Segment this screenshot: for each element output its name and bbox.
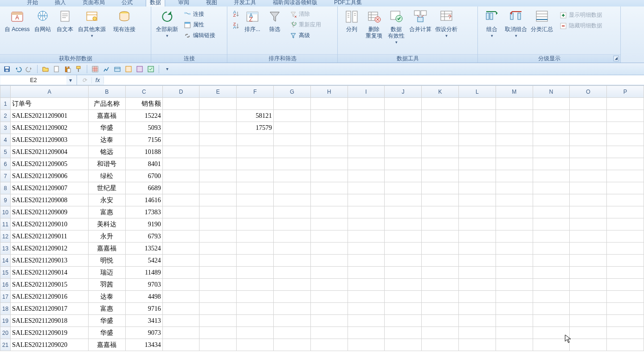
- existing-conn-button[interactable]: 现有连接: [111, 8, 137, 33]
- cell-P12[interactable]: [607, 230, 644, 243]
- cell-G7[interactable]: [274, 170, 311, 182]
- cell-G11[interactable]: [274, 218, 311, 230]
- menu-tab-1[interactable]: 插入: [51, 0, 70, 6]
- cell-I4[interactable]: [348, 134, 385, 146]
- cell-A9[interactable]: SALES20211209008: [10, 194, 88, 206]
- cell-M4[interactable]: [496, 134, 533, 146]
- cell-N20[interactable]: [533, 327, 570, 339]
- cell-A4[interactable]: SALES20211209003: [10, 134, 88, 146]
- row-header-16[interactable]: 16: [0, 279, 11, 291]
- cell-A18[interactable]: SALES20211209017: [10, 303, 88, 315]
- from-access-button[interactable]: A 自 Access: [3, 8, 32, 33]
- cell-H7[interactable]: [310, 170, 348, 182]
- cell-J21[interactable]: [385, 339, 422, 351]
- group-button[interactable]: 组合: [481, 8, 503, 40]
- cell-K14[interactable]: [422, 255, 459, 267]
- cell-E6[interactable]: [200, 158, 237, 170]
- cell-M15[interactable]: [496, 267, 533, 279]
- cell-E20[interactable]: [200, 327, 237, 339]
- cell-I10[interactable]: [348, 206, 385, 218]
- cell-D1[interactable]: [162, 98, 200, 110]
- cell-M11[interactable]: [496, 218, 533, 230]
- cell-A12[interactable]: SALES20211209011: [10, 230, 88, 243]
- cell-E8[interactable]: [200, 182, 237, 194]
- cell-N1[interactable]: [533, 98, 570, 110]
- cell-G16[interactable]: [274, 279, 311, 291]
- properties-button[interactable]: 属性: [182, 20, 217, 30]
- cell-N17[interactable]: [533, 291, 570, 303]
- cell-L19[interactable]: [458, 315, 496, 327]
- cell-O4[interactable]: [570, 134, 607, 146]
- cell-L12[interactable]: [458, 230, 496, 243]
- cell-N10[interactable]: [533, 206, 570, 218]
- cell-L10[interactable]: [458, 206, 496, 218]
- format-painter-button[interactable]: [75, 65, 83, 73]
- cell-C15[interactable]: 11489: [125, 267, 162, 279]
- cell-A20[interactable]: SALES20211209019: [10, 327, 88, 339]
- cell-K9[interactable]: [422, 194, 459, 206]
- cell-A7[interactable]: SALES20211209006: [10, 170, 88, 182]
- cell-P9[interactable]: [607, 194, 644, 206]
- qat-customize-button[interactable]: ▾: [163, 65, 171, 73]
- col-header-J[interactable]: J: [385, 86, 422, 98]
- cell-O20[interactable]: [570, 327, 607, 339]
- col-header-D[interactable]: D: [162, 86, 200, 98]
- cell-F17[interactable]: [237, 291, 274, 303]
- cell-D21[interactable]: [162, 339, 200, 351]
- cell-H16[interactable]: [310, 279, 348, 291]
- cell-L9[interactable]: [458, 194, 496, 206]
- row-header-4[interactable]: 4: [0, 134, 11, 146]
- cell-C7[interactable]: 6700: [125, 170, 162, 182]
- cell-H19[interactable]: [310, 315, 348, 327]
- cell-C16[interactable]: 9703: [125, 279, 162, 291]
- cell-D17[interactable]: [162, 291, 200, 303]
- col-header-B[interactable]: B: [88, 86, 125, 98]
- col-header-G[interactable]: G: [274, 86, 311, 98]
- cell-G2[interactable]: [274, 110, 311, 122]
- worksheet[interactable]: ABCDEFGHIJKLMNOP1订单号产品名称销售额2SALES2021120…: [0, 85, 644, 352]
- cell-C6[interactable]: 8401: [125, 158, 162, 170]
- cell-C4[interactable]: 7156: [125, 134, 162, 146]
- cell-J3[interactable]: [385, 122, 422, 134]
- cell-E4[interactable]: [200, 134, 237, 146]
- cell-G5[interactable]: [274, 146, 311, 158]
- filter-button[interactable]: 筛选: [264, 8, 286, 33]
- data-validation-button[interactable]: 数据 有效性: [385, 8, 407, 46]
- col-header-L[interactable]: L: [458, 86, 496, 98]
- cell-F13[interactable]: [237, 243, 274, 255]
- cell-B3[interactable]: 华盛: [88, 122, 125, 134]
- cell-A19[interactable]: SALES20211209018: [10, 315, 88, 327]
- cell-H4[interactable]: [310, 134, 348, 146]
- cell-I21[interactable]: [348, 339, 385, 351]
- cell-A2[interactable]: SALES20211209001: [10, 110, 88, 122]
- formula-input[interactable]: [104, 76, 644, 85]
- cell-M18[interactable]: [496, 303, 533, 315]
- cell-F12[interactable]: [237, 230, 274, 243]
- row-header-10[interactable]: 10: [0, 206, 11, 218]
- cell-L18[interactable]: [458, 303, 496, 315]
- row-header-20[interactable]: 20: [0, 327, 11, 339]
- cell-F2[interactable]: 58121: [237, 110, 274, 122]
- cell-F15[interactable]: [237, 267, 274, 279]
- cell-O13[interactable]: [570, 243, 607, 255]
- cell-D2[interactable]: [162, 110, 200, 122]
- cell-A1[interactable]: 订单号: [10, 98, 88, 110]
- cell-D7[interactable]: [162, 170, 200, 182]
- cell-B7[interactable]: 绿松: [88, 170, 125, 182]
- col-header-H[interactable]: H: [310, 86, 348, 98]
- cell-M12[interactable]: [496, 230, 533, 243]
- cell-I14[interactable]: [348, 255, 385, 267]
- cell-D19[interactable]: [162, 315, 200, 327]
- cell-K3[interactable]: [422, 122, 459, 134]
- fx-button[interactable]: fx: [92, 77, 104, 83]
- sort-asc-button[interactable]: AZ: [230, 9, 241, 19]
- cell-C9[interactable]: 14616: [125, 194, 162, 206]
- cell-K16[interactable]: [422, 279, 459, 291]
- cell-F1[interactable]: [237, 98, 274, 110]
- cell-M7[interactable]: [496, 170, 533, 182]
- cell-D12[interactable]: [162, 230, 200, 243]
- cell-O14[interactable]: [570, 255, 607, 267]
- cell-K20[interactable]: [422, 327, 459, 339]
- cell-B4[interactable]: 达泰: [88, 134, 125, 146]
- cell-N5[interactable]: [533, 146, 570, 158]
